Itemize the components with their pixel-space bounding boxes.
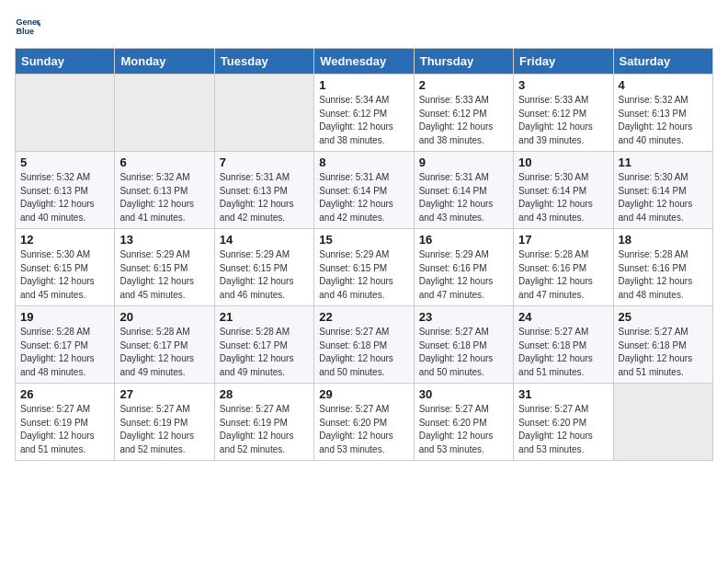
- page-header: General Blue: [15, 15, 713, 40]
- calendar-cell: [613, 384, 712, 461]
- day-number: 26: [20, 387, 109, 401]
- day-info: Sunrise: 5:34 AM Sunset: 6:12 PM Dayligh…: [319, 94, 408, 147]
- day-number: 25: [619, 310, 708, 324]
- day-number: 18: [619, 233, 708, 247]
- day-number: 3: [518, 78, 608, 92]
- day-number: 6: [119, 155, 209, 169]
- day-number: 27: [119, 387, 209, 401]
- day-number: 19: [20, 310, 109, 324]
- weekday-header-thursday: Thursday: [414, 49, 513, 75]
- day-info: Sunrise: 5:27 AM Sunset: 6:20 PM Dayligh…: [319, 403, 408, 456]
- calendar-week-row: 19Sunrise: 5:28 AM Sunset: 6:17 PM Dayli…: [16, 306, 713, 384]
- weekday-header-sunday: Sunday: [16, 49, 115, 75]
- day-info: Sunrise: 5:27 AM Sunset: 6:18 PM Dayligh…: [419, 326, 508, 379]
- day-info: Sunrise: 5:33 AM Sunset: 6:12 PM Dayligh…: [419, 94, 508, 147]
- day-info: Sunrise: 5:29 AM Sunset: 6:15 PM Dayligh…: [119, 248, 209, 302]
- calendar-week-row: 1Sunrise: 5:34 AM Sunset: 6:12 PM Daylig…: [16, 75, 713, 152]
- calendar-cell: 20Sunrise: 5:28 AM Sunset: 6:17 PM Dayli…: [115, 306, 214, 384]
- calendar-cell: 26Sunrise: 5:27 AM Sunset: 6:19 PM Dayli…: [16, 384, 115, 461]
- logo-icon: General Blue: [15, 15, 40, 40]
- calendar-cell: [16, 75, 115, 152]
- calendar-week-row: 26Sunrise: 5:27 AM Sunset: 6:19 PM Dayli…: [16, 384, 713, 461]
- calendar-cell: 21Sunrise: 5:28 AM Sunset: 6:17 PM Dayli…: [214, 306, 313, 384]
- day-number: 8: [319, 155, 408, 169]
- day-info: Sunrise: 5:31 AM Sunset: 6:14 PM Dayligh…: [419, 171, 508, 224]
- day-number: 16: [419, 233, 508, 247]
- calendar-cell: 24Sunrise: 5:27 AM Sunset: 6:18 PM Dayli…: [514, 306, 613, 384]
- day-number: 30: [419, 387, 508, 401]
- day-number: 11: [619, 155, 708, 169]
- svg-text:Blue: Blue: [16, 27, 34, 36]
- calendar-cell: 8Sunrise: 5:31 AM Sunset: 6:14 PM Daylig…: [314, 152, 414, 229]
- calendar-week-row: 5Sunrise: 5:32 AM Sunset: 6:13 PM Daylig…: [16, 152, 713, 229]
- calendar-cell: 13Sunrise: 5:29 AM Sunset: 6:15 PM Dayli…: [115, 229, 214, 306]
- day-info: Sunrise: 5:33 AM Sunset: 6:12 PM Dayligh…: [518, 94, 608, 147]
- calendar-cell: 3Sunrise: 5:33 AM Sunset: 6:12 PM Daylig…: [514, 75, 613, 152]
- day-number: 23: [419, 310, 508, 324]
- calendar-cell: 5Sunrise: 5:32 AM Sunset: 6:13 PM Daylig…: [16, 152, 115, 229]
- calendar-cell: 14Sunrise: 5:29 AM Sunset: 6:15 PM Dayli…: [214, 229, 313, 306]
- calendar-cell: 18Sunrise: 5:28 AM Sunset: 6:16 PM Dayli…: [613, 229, 712, 306]
- day-number: 29: [319, 387, 408, 401]
- weekday-header-saturday: Saturday: [613, 49, 712, 75]
- calendar-header-row: SundayMondayTuesdayWednesdayThursdayFrid…: [16, 49, 713, 75]
- day-info: Sunrise: 5:31 AM Sunset: 6:14 PM Dayligh…: [319, 171, 408, 224]
- calendar-cell: 15Sunrise: 5:29 AM Sunset: 6:15 PM Dayli…: [314, 229, 414, 306]
- day-info: Sunrise: 5:28 AM Sunset: 6:16 PM Dayligh…: [619, 248, 708, 302]
- day-info: Sunrise: 5:28 AM Sunset: 6:16 PM Dayligh…: [518, 248, 608, 302]
- day-info: Sunrise: 5:30 AM Sunset: 6:14 PM Dayligh…: [518, 171, 608, 224]
- day-number: 9: [419, 155, 508, 169]
- calendar-cell: 12Sunrise: 5:30 AM Sunset: 6:15 PM Dayli…: [16, 229, 115, 306]
- calendar-cell: 1Sunrise: 5:34 AM Sunset: 6:12 PM Daylig…: [314, 75, 414, 152]
- calendar-cell: 7Sunrise: 5:31 AM Sunset: 6:13 PM Daylig…: [214, 152, 313, 229]
- day-info: Sunrise: 5:30 AM Sunset: 6:14 PM Dayligh…: [619, 171, 708, 224]
- weekday-header-wednesday: Wednesday: [314, 49, 414, 75]
- weekday-header-friday: Friday: [514, 49, 613, 75]
- calendar-cell: 25Sunrise: 5:27 AM Sunset: 6:18 PM Dayli…: [613, 306, 712, 384]
- day-info: Sunrise: 5:28 AM Sunset: 6:17 PM Dayligh…: [119, 326, 209, 379]
- calendar-cell: 10Sunrise: 5:30 AM Sunset: 6:14 PM Dayli…: [514, 152, 613, 229]
- calendar-cell: 27Sunrise: 5:27 AM Sunset: 6:19 PM Dayli…: [115, 384, 214, 461]
- day-number: 5: [20, 155, 109, 169]
- day-info: Sunrise: 5:27 AM Sunset: 6:20 PM Dayligh…: [518, 403, 608, 456]
- day-info: Sunrise: 5:27 AM Sunset: 6:20 PM Dayligh…: [419, 403, 508, 456]
- day-number: 17: [518, 233, 608, 247]
- day-number: 31: [518, 387, 608, 401]
- day-info: Sunrise: 5:29 AM Sunset: 6:15 PM Dayligh…: [220, 248, 309, 302]
- day-info: Sunrise: 5:27 AM Sunset: 6:18 PM Dayligh…: [319, 326, 408, 379]
- calendar-cell: [115, 75, 214, 152]
- day-info: Sunrise: 5:27 AM Sunset: 6:19 PM Dayligh…: [20, 403, 109, 456]
- day-number: 10: [518, 155, 608, 169]
- day-info: Sunrise: 5:32 AM Sunset: 6:13 PM Dayligh…: [20, 171, 109, 224]
- day-number: 2: [419, 78, 508, 92]
- calendar-cell: 28Sunrise: 5:27 AM Sunset: 6:19 PM Dayli…: [214, 384, 313, 461]
- day-info: Sunrise: 5:27 AM Sunset: 6:18 PM Dayligh…: [619, 326, 708, 379]
- day-info: Sunrise: 5:30 AM Sunset: 6:15 PM Dayligh…: [20, 248, 109, 302]
- calendar-cell: 17Sunrise: 5:28 AM Sunset: 6:16 PM Dayli…: [514, 229, 613, 306]
- day-number: 4: [619, 78, 708, 92]
- calendar-cell: 2Sunrise: 5:33 AM Sunset: 6:12 PM Daylig…: [414, 75, 513, 152]
- calendar-cell: 16Sunrise: 5:29 AM Sunset: 6:16 PM Dayli…: [414, 229, 513, 306]
- day-number: 12: [20, 233, 109, 247]
- day-number: 7: [220, 155, 309, 169]
- calendar-cell: [214, 75, 313, 152]
- day-info: Sunrise: 5:29 AM Sunset: 6:16 PM Dayligh…: [419, 248, 508, 302]
- calendar-table: SundayMondayTuesdayWednesdayThursdayFrid…: [15, 48, 713, 461]
- calendar-cell: 19Sunrise: 5:28 AM Sunset: 6:17 PM Dayli…: [16, 306, 115, 384]
- day-number: 28: [220, 387, 309, 401]
- day-info: Sunrise: 5:31 AM Sunset: 6:13 PM Dayligh…: [220, 171, 309, 224]
- day-number: 22: [319, 310, 408, 324]
- calendar-cell: 6Sunrise: 5:32 AM Sunset: 6:13 PM Daylig…: [115, 152, 214, 229]
- day-info: Sunrise: 5:28 AM Sunset: 6:17 PM Dayligh…: [220, 326, 309, 379]
- calendar-cell: 4Sunrise: 5:32 AM Sunset: 6:13 PM Daylig…: [613, 75, 712, 152]
- day-info: Sunrise: 5:28 AM Sunset: 6:17 PM Dayligh…: [20, 326, 109, 379]
- day-info: Sunrise: 5:27 AM Sunset: 6:19 PM Dayligh…: [119, 403, 209, 456]
- day-number: 21: [220, 310, 309, 324]
- day-number: 1: [319, 78, 408, 92]
- day-info: Sunrise: 5:27 AM Sunset: 6:19 PM Dayligh…: [220, 403, 309, 456]
- day-number: 20: [119, 310, 209, 324]
- day-info: Sunrise: 5:27 AM Sunset: 6:18 PM Dayligh…: [518, 326, 608, 379]
- calendar-cell: 11Sunrise: 5:30 AM Sunset: 6:14 PM Dayli…: [613, 152, 712, 229]
- calendar-week-row: 12Sunrise: 5:30 AM Sunset: 6:15 PM Dayli…: [16, 229, 713, 306]
- calendar-cell: 30Sunrise: 5:27 AM Sunset: 6:20 PM Dayli…: [414, 384, 513, 461]
